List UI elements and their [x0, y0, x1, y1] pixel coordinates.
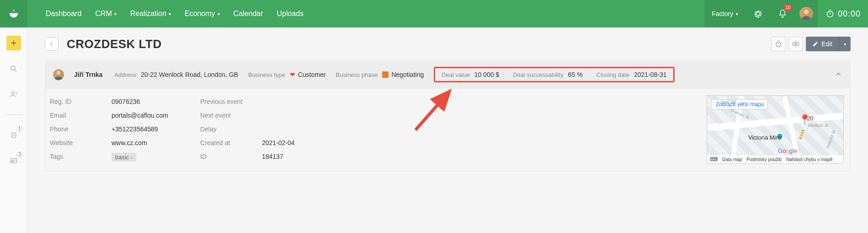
alarm-icon [10, 131, 18, 139]
title-actions: Edit ▾ [771, 37, 851, 51]
contact-card-icon [10, 157, 18, 165]
nav-label: CRM [95, 10, 112, 18]
map-street-label: Provost St [825, 130, 836, 149]
timer-button[interactable]: 00:00 [818, 0, 868, 27]
detail-label: Created at [200, 139, 262, 146]
address-group: Address 20-22 Wenlock Road, London, GB [114, 71, 238, 78]
detail-row: Emailportals@caflou.com [50, 112, 168, 119]
business-phase-label: Business phase [336, 71, 378, 78]
phase-color-icon [382, 71, 389, 78]
nav-label: Calendar [234, 10, 263, 18]
plus-icon [10, 39, 18, 47]
main-nav: Dashboard CRM▾ Realization▾ Economy▾ Cal… [46, 10, 304, 18]
business-phase-group: Business phase Negotiating [336, 71, 424, 78]
main-content: CROZDESK LTD Edit ▾ Jiří Trnka [27, 27, 868, 180]
detail-col-2: Previous eventNext eventDelayCreated at2… [200, 98, 295, 162]
nav-uploads[interactable]: Uploads [277, 10, 304, 18]
reminders-button[interactable]: 1 [6, 128, 21, 142]
detail-row: Reg. ID09076236 [50, 98, 168, 105]
topbar: Dashboard CRM▾ Realization▾ Economy▾ Cal… [0, 0, 868, 27]
chevron-down-icon: ▾ [218, 11, 220, 16]
detail-value: 2021-02-04 [262, 139, 295, 146]
add-button[interactable] [6, 36, 21, 50]
title-row: CROZDESK LTD Edit ▾ [45, 37, 851, 51]
svg-point-0 [827, 11, 833, 17]
search-icon [10, 65, 18, 73]
keyboard-icon: ⌨ [710, 156, 718, 163]
left-sidebar: 1 3 [0, 27, 27, 180]
svg-point-5 [12, 160, 13, 161]
detail-row: Previous event [200, 98, 295, 105]
user-avatar-button[interactable] [795, 0, 818, 27]
nav-crm[interactable]: CRM▾ [95, 10, 116, 18]
page-title: CROZDESK LTD [67, 37, 162, 51]
collapse-toggle[interactable] [834, 70, 842, 80]
stopwatch-icon [774, 40, 783, 48]
workspace-switcher[interactable]: Factory ▾ [704, 0, 746, 27]
business-type-group: Business type ❤ Customer [248, 71, 326, 78]
detail-label: Website [50, 139, 112, 146]
chevron-down-icon: ▾ [844, 42, 846, 47]
add-person-button[interactable] [6, 87, 21, 102]
app-logo[interactable] [0, 0, 27, 27]
deal-success-value: 65 % [568, 71, 583, 78]
nav-economy[interactable]: Economy▾ [185, 10, 220, 18]
annotation-arrow-icon [406, 84, 461, 139]
detail-row: Next event [200, 112, 295, 119]
map-street-label: B144 [798, 129, 805, 140]
detail-label: ID [200, 153, 262, 160]
nav-calendar[interactable]: Calendar [234, 10, 263, 18]
detail-value: +351223564589 [112, 125, 158, 133]
detail-row: Tagsbasic [50, 153, 168, 162]
gear-icon [753, 9, 763, 19]
bowl-icon [7, 7, 20, 20]
business-type-label: Business type [248, 71, 285, 78]
owner-name: Jiří Trnka [74, 71, 102, 78]
chevron-up-icon [834, 70, 842, 78]
map-report-link[interactable]: Nahlásit chybu v mapě [786, 157, 832, 162]
detail-row: Delay [200, 125, 295, 133]
map-footer: ⌨ Data map Podmínky použití Nahlásit chy… [707, 155, 843, 163]
map-data-link[interactable]: Data map [722, 157, 742, 162]
back-button[interactable] [45, 37, 59, 51]
chevron-down-icon: ▾ [169, 11, 171, 16]
timer-value: 00:00 [838, 9, 861, 19]
stopwatch-icon [825, 9, 835, 19]
notifications-button[interactable]: 10 [770, 0, 795, 27]
svg-point-1 [11, 66, 15, 70]
history-button[interactable] [771, 37, 786, 51]
deal-value-group: Deal value 10 000 $ [442, 71, 499, 78]
tag-chip[interactable]: basic [112, 153, 136, 162]
chevron-down-icon: ▾ [736, 11, 738, 16]
avatar-icon [799, 7, 813, 21]
business-phase-value: Negotiating [391, 71, 424, 78]
detail-value: 09076236 [112, 98, 140, 105]
map-canvas: Zobrazit větší mapu 📍 20 Victoria Miro W… [707, 96, 843, 163]
nav-dashboard[interactable]: Dashboard [46, 10, 81, 18]
nav-label: Uploads [277, 10, 304, 18]
contacts-button[interactable]: 3 [6, 153, 21, 168]
workspace-name: Factory [712, 10, 733, 17]
address-value: 20-22 Wenlock Road, London, GB [141, 71, 238, 78]
map-widget[interactable]: Zobrazit větší mapu 📍 20 Victoria Miro W… [707, 95, 844, 164]
detail-panel: Reg. ID09076236Emailportals@caflou.comPh… [45, 89, 851, 171]
svg-point-2 [11, 92, 14, 94]
business-type-value: Customer [298, 71, 326, 78]
detail-label: Tags [50, 153, 112, 162]
summary-bar: Jiří Trnka Address 20-22 Wenlock Road, L… [45, 60, 851, 89]
settings-button[interactable] [746, 0, 770, 27]
map-expand-link[interactable]: Zobrazit větší mapu [712, 99, 768, 109]
edit-button[interactable]: Edit [806, 37, 839, 51]
nav-label: Dashboard [46, 10, 81, 18]
deal-value-label: Deal value [442, 71, 469, 78]
map-pin-label: 20 [807, 115, 813, 122]
nav-realization[interactable]: Realization▾ [130, 10, 171, 18]
watch-button[interactable] [788, 37, 803, 51]
search-button[interactable] [6, 61, 21, 76]
map-terms-link[interactable]: Podmínky použití [746, 157, 782, 162]
detail-label: Email [50, 112, 112, 119]
detail-label: Phone [50, 125, 112, 133]
edit-dropdown[interactable]: ▾ [839, 37, 851, 51]
contacts-count: 3 [16, 152, 23, 158]
edit-label: Edit [821, 40, 832, 48]
